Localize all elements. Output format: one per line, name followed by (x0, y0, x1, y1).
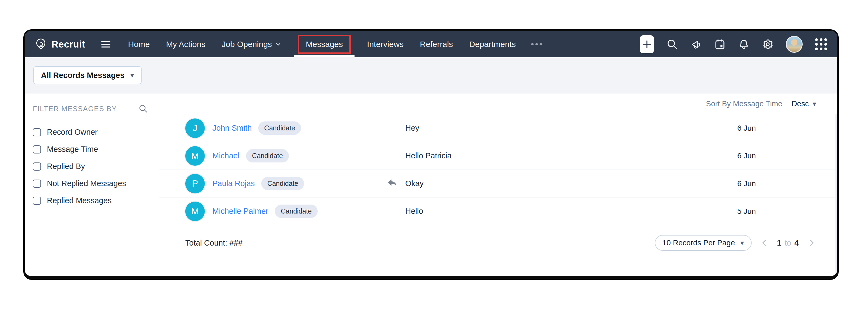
filter-checkbox[interactable] (33, 162, 41, 171)
tab-home[interactable]: Home (120, 31, 158, 57)
app-window: Recruit Home My Actions Job Openings Mes… (23, 29, 839, 280)
search-button[interactable] (666, 38, 678, 50)
chevron-down-icon (275, 41, 282, 48)
chevron-right-icon[interactable] (807, 238, 816, 247)
avatar[interactable] (786, 36, 803, 53)
message-row[interactable]: J John Smith Candidate Hey 6 Jun (159, 114, 837, 142)
tab-job-openings[interactable]: Job Openings (214, 31, 290, 57)
message-row[interactable]: M Michael Candidate Hello Patricia 6 Jun (159, 142, 837, 170)
messages-list-panel: Sort By Message Time Desc ▾ J John Smith… (159, 93, 837, 276)
announcements-button[interactable] (690, 38, 702, 50)
settings-button[interactable] (762, 38, 773, 50)
message-date: 5 Jun (737, 207, 756, 216)
message-date: 6 Jun (737, 179, 756, 188)
row-avatar: M (185, 146, 205, 166)
filter-title: FILTER MESSAGES BY (33, 105, 117, 113)
range-from: 1 (777, 239, 781, 247)
create-button[interactable] (640, 35, 654, 53)
message-row[interactable]: P Paula Rojas Candidate Okay 6 Jun (159, 170, 837, 197)
candidate-name-link[interactable]: Paula Rojas (212, 179, 255, 188)
row-avatar: P (185, 174, 205, 193)
records-per-page-dropdown[interactable]: 10 Records Per Page ▾ (655, 235, 752, 251)
filter-replied-messages[interactable]: Replied Messages (33, 196, 152, 205)
message-date: 6 Jun (737, 152, 756, 160)
candidate-badge: Candidate (261, 177, 304, 190)
range-word: to (785, 239, 791, 247)
reply-arrow-icon (386, 178, 398, 190)
filter-checkbox[interactable] (33, 128, 41, 136)
more-tabs-button[interactable]: ••• (524, 40, 551, 49)
megaphone-icon (690, 38, 702, 50)
triangle-down-icon: ▾ (740, 239, 744, 246)
total-count: Total Count: ### (185, 239, 243, 247)
filter-record-owner[interactable]: Record Owner (33, 128, 152, 137)
navbar-actions (640, 35, 827, 53)
tab-my-actions[interactable]: My Actions (158, 31, 214, 57)
filter-not-replied-messages[interactable]: Not Replied Messages (33, 179, 152, 188)
notifications-button[interactable] (738, 38, 749, 50)
filter-checkbox[interactable] (33, 180, 41, 188)
calendar-button[interactable] (714, 38, 725, 50)
tab-interviews[interactable]: Interviews (359, 31, 412, 57)
bell-icon (738, 38, 749, 50)
message-text: Hello (405, 207, 423, 216)
list-header: Sort By Message Time Desc ▾ (159, 93, 837, 114)
row-avatar: M (185, 201, 205, 221)
gear-icon (762, 38, 773, 50)
top-navbar: Recruit Home My Actions Job Openings Mes… (25, 31, 837, 57)
row-avatar: J (185, 118, 205, 138)
message-text: Hello Patricia (405, 151, 452, 160)
message-row[interactable]: M Michelle Palmer Candidate Hello 5 Jun (159, 197, 837, 225)
tab-referrals[interactable]: Referrals (412, 31, 461, 57)
nav-tabs: Home My Actions Job Openings Messages In… (120, 31, 551, 57)
hamburger-icon[interactable] (101, 41, 111, 48)
chevron-left-icon[interactable] (760, 238, 769, 247)
brand-name: Recruit (52, 39, 85, 50)
search-icon (666, 38, 678, 50)
sort-by-label: Sort By Message Time (706, 100, 782, 108)
plus-icon (642, 40, 652, 49)
filter-replied-by[interactable]: Replied By (33, 162, 152, 171)
tab-departments[interactable]: Departments (461, 31, 524, 57)
message-text: Okay (405, 179, 424, 188)
view-selector-label: All Records Messages (41, 71, 124, 80)
candidate-name-link[interactable]: Michelle Palmer (212, 207, 268, 216)
filter-sidebar: FILTER MESSAGES BY Record Owner Message … (25, 93, 159, 276)
message-text: Hey (405, 124, 420, 133)
brand[interactable]: Recruit (34, 38, 85, 51)
tab-messages[interactable]: Messages (290, 31, 359, 57)
candidate-badge: Candidate (258, 121, 301, 135)
messages-highlight-box: Messages (298, 35, 351, 54)
view-toolbar: All Records Messages ▾ (25, 57, 837, 93)
view-selector-dropdown[interactable]: All Records Messages ▾ (33, 66, 142, 84)
triangle-down-icon: ▾ (130, 72, 134, 79)
candidate-badge: Candidate (275, 205, 318, 218)
message-date: 6 Jun (737, 124, 756, 133)
candidate-name-link[interactable]: Michael (212, 151, 240, 160)
triangle-down-icon: ▾ (813, 100, 816, 107)
filter-checkbox[interactable] (33, 197, 41, 205)
search-icon[interactable] (138, 104, 148, 113)
filter-message-time[interactable]: Message Time (33, 145, 152, 154)
apps-grid-icon[interactable] (815, 38, 827, 50)
sort-direction-dropdown[interactable]: Desc ▾ (792, 100, 816, 108)
calendar-icon (714, 38, 725, 50)
list-footer: Total Count: ### 10 Records Per Page ▾ 1… (159, 235, 837, 251)
candidate-name-link[interactable]: John Smith (212, 124, 252, 133)
range-to: 4 (795, 239, 799, 247)
candidate-badge: Candidate (246, 149, 289, 162)
pagination-range: 1 to 4 (777, 239, 799, 247)
recruit-pin-icon (34, 38, 47, 51)
filter-checkbox[interactable] (33, 145, 41, 154)
